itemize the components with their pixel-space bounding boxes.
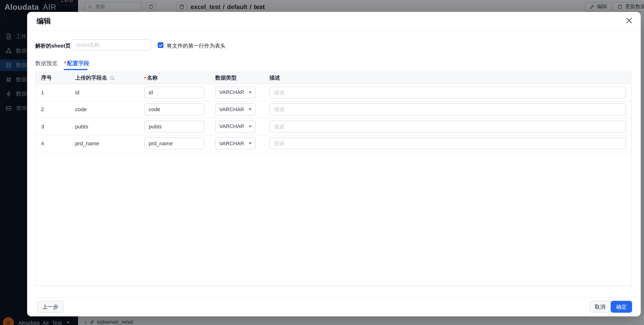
tab-data-preview[interactable]: 数据预览: [35, 60, 58, 67]
chevron-down-icon: [248, 91, 252, 94]
chevron-down-icon: [248, 142, 252, 145]
field-name-input[interactable]: [144, 138, 204, 150]
data-type-value: VARCHAR: [219, 124, 244, 129]
required-mark: *: [144, 75, 146, 81]
data-type-value: VARCHAR: [219, 107, 244, 112]
row-index: 4: [36, 140, 75, 147]
row-index: 3: [36, 123, 75, 130]
field-description-input[interactable]: [270, 121, 626, 132]
data-type-value: VARCHAR: [219, 141, 244, 146]
data-type-value: VARCHAR: [219, 89, 244, 95]
fields-table: 序号 上传的字段名 * 名称 数据类型 描述 1 id VARCH: [35, 72, 632, 286]
column-index: 序号: [36, 74, 75, 82]
table-row: 1 id VARCHAR: [36, 84, 631, 101]
table-row: 2 code VARCHAR: [36, 101, 631, 118]
close-icon[interactable]: [626, 17, 632, 24]
field-description-input[interactable]: [270, 86, 626, 98]
field-name-input[interactable]: [144, 86, 204, 98]
chevron-down-icon: [248, 108, 252, 111]
field-name-input[interactable]: [144, 121, 204, 132]
uploaded-field-name: code: [75, 106, 144, 113]
edit-dialog: 编辑 解析的sheet页 将文件的第一行作为表头 数据预览 *配置字段 序号 上…: [27, 12, 641, 316]
column-search-icon[interactable]: [110, 75, 115, 81]
data-type-select[interactable]: VARCHAR: [215, 86, 256, 98]
data-type-select[interactable]: VARCHAR: [215, 121, 256, 132]
table-row: 4 prd_name VARCHAR: [36, 135, 631, 152]
dialog-title: 编辑: [36, 16, 51, 26]
table-header: 序号 上传的字段名 * 名称 数据类型 描述: [36, 72, 631, 84]
previous-step-button[interactable]: 上一步: [37, 301, 64, 313]
cancel-button[interactable]: 取消: [590, 301, 611, 313]
field-description-input[interactable]: [270, 103, 626, 115]
uploaded-field-name: prd_name: [75, 140, 144, 147]
column-name: * 名称: [144, 74, 215, 82]
confirm-button[interactable]: 确定: [611, 301, 632, 313]
data-type-select[interactable]: VARCHAR: [215, 138, 256, 150]
first-row-header-checkbox[interactable]: [158, 42, 164, 48]
sheet-name-input[interactable]: [72, 39, 151, 50]
sheet-label: 解析的sheet页: [35, 42, 71, 50]
required-mark: *: [64, 60, 66, 67]
footer-divider: [27, 297, 641, 298]
column-description: 描述: [270, 74, 631, 82]
checkbox-label: 将文件的第一行作为表头: [167, 42, 226, 50]
field-description-input[interactable]: [270, 138, 626, 150]
row-index: 2: [36, 106, 75, 113]
column-uploaded-name: 上传的字段名: [75, 74, 144, 82]
data-type-select[interactable]: VARCHAR: [215, 103, 256, 115]
uploaded-field-name: id: [75, 89, 144, 95]
column-data-type: 数据类型: [215, 74, 270, 82]
active-tab-indicator: [64, 69, 88, 70]
field-name-input[interactable]: [144, 103, 204, 115]
table-body: 1 id VARCHAR 2 code VARCHAR 3 pubts VAR: [36, 84, 631, 152]
tab-configure-fields-label: 配置字段: [67, 60, 89, 67]
table-row: 3 pubts VARCHAR: [36, 118, 631, 135]
app-root: Aloudata AIR 工作台 工作台 数据整合 数据集成 数据服务 数据加速…: [0, 0, 644, 325]
uploaded-field-name: pubts: [75, 123, 144, 130]
chevron-down-icon: [248, 125, 252, 127]
tab-configure-fields[interactable]: *配置字段: [64, 60, 90, 67]
header-divider: [27, 30, 641, 30]
row-index: 1: [36, 89, 75, 95]
